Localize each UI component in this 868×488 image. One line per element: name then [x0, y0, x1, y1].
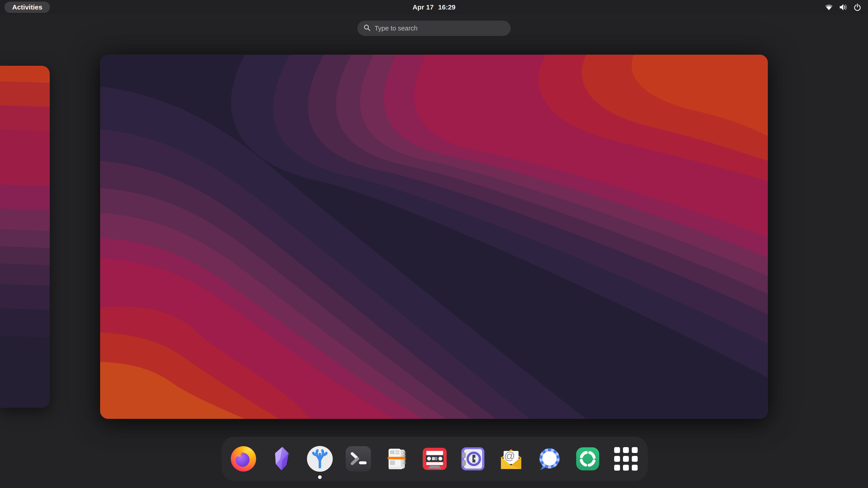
app-grid-icon [614, 447, 638, 470]
newspaper-icon: NEWS [383, 446, 410, 472]
volume-icon [839, 3, 848, 11]
workspace-preview-main[interactable] [100, 55, 768, 419]
running-indicator-dot [318, 475, 322, 479]
cassette-icon [421, 446, 448, 472]
wallpaper [100, 55, 768, 419]
dock-app-terminal[interactable] [345, 437, 372, 481]
app-grid-button[interactable] [613, 437, 639, 481]
dock-app-mail[interactable]: @ [498, 437, 524, 481]
dock-app-cassette[interactable] [421, 437, 448, 481]
system-status-menu[interactable] [823, 0, 864, 14]
clock-time: 16:29 [438, 3, 456, 11]
clock-date: Apr 17 [412, 3, 434, 11]
dock-app-sync[interactable] [575, 437, 601, 481]
dock-app-news[interactable]: NEWS [383, 437, 410, 481]
search-bar [358, 21, 510, 36]
search-icon [363, 24, 371, 33]
obsidian-icon [268, 446, 295, 472]
svg-text:@: @ [504, 450, 515, 462]
activities-button[interactable]: Activities [4, 2, 50, 13]
power-icon [853, 3, 862, 11]
dock-app-vault[interactable] [460, 437, 486, 481]
search-input[interactable] [375, 25, 505, 32]
workspace-preview-left[interactable] [0, 66, 50, 408]
terminal-icon [345, 446, 372, 472]
sync-arrows-icon [575, 446, 601, 472]
coral-icon [307, 446, 333, 472]
signal-icon [536, 446, 563, 472]
dock-app-obsidian[interactable] [268, 437, 295, 481]
dock-app-signal[interactable] [536, 437, 563, 481]
firefox-icon [230, 446, 257, 472]
dock-app-firefox[interactable] [230, 437, 257, 481]
wifi-icon [825, 3, 833, 11]
clock-button[interactable]: Apr 17 16:29 [412, 0, 456, 14]
envelope-at-icon: @ [498, 446, 524, 472]
vault-icon [460, 446, 486, 472]
dock: NEWS @ [221, 437, 648, 481]
dock-app-coral[interactable] [307, 437, 333, 481]
top-bar: Activities Apr 17 16:29 [0, 0, 868, 14]
